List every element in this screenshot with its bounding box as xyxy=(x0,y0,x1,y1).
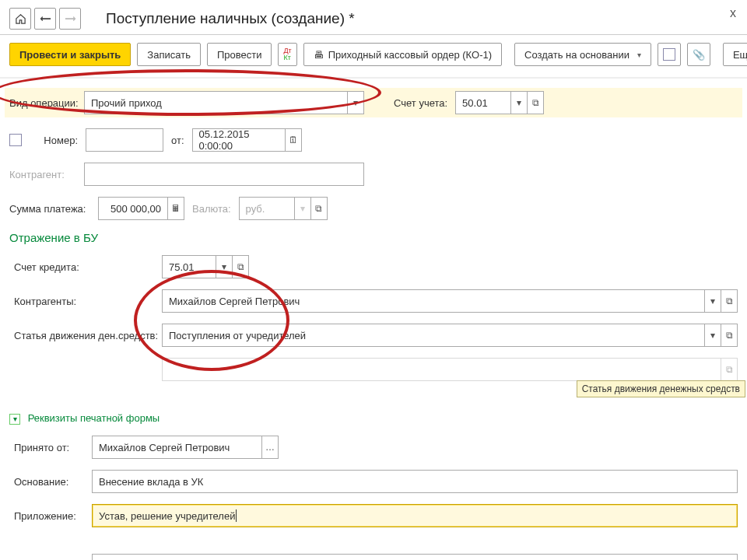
chevron-down-icon[interactable]: ▾ xyxy=(510,91,528,114)
create-based-on-button[interactable]: Создать на основании ▾ xyxy=(514,43,651,66)
open-icon: ⧉ xyxy=(721,358,738,381)
dtkt-icon[interactable]: ДтКт xyxy=(278,43,296,66)
label-currency: Валюта: xyxy=(192,203,231,215)
post-button[interactable]: Провести xyxy=(207,43,272,66)
calculator-icon[interactable]: 🖩 xyxy=(167,197,184,220)
chevron-down-icon[interactable]: ▾ xyxy=(294,197,311,220)
attachment-field[interactable]: Устав, решение учредителей xyxy=(92,504,738,527)
section-accounting: Отражение в БУ xyxy=(9,231,738,244)
save-button[interactable]: Записать xyxy=(137,43,201,66)
ellipsis-icon[interactable]: … xyxy=(261,436,279,459)
chevron-down-icon: ▾ xyxy=(637,51,641,59)
printer-icon: 🖶 xyxy=(314,49,324,61)
label-received-from: Принято от: xyxy=(14,442,84,453)
document-icon xyxy=(9,134,22,146)
label-account: Счет учета: xyxy=(394,97,447,109)
open-icon[interactable]: ⧉ xyxy=(310,197,328,220)
label-credit-account: Счет кредита: xyxy=(14,261,154,273)
label-counterparty: Контрагент: xyxy=(9,169,76,180)
basis-field[interactable]: Внесение вклада в УК xyxy=(92,470,738,493)
chevron-down-icon[interactable]: ▾ xyxy=(704,324,721,347)
number-field[interactable] xyxy=(86,128,163,152)
attachment-icon[interactable]: 📎 xyxy=(687,43,710,66)
open-icon[interactable]: ⧉ xyxy=(721,289,738,313)
label-operation-type: Вид операции: xyxy=(9,97,76,109)
home-icon[interactable] xyxy=(9,8,31,30)
chevron-down-icon[interactable]: ▾ xyxy=(704,289,721,313)
sum-field[interactable]: 500 000,00 xyxy=(98,197,168,220)
label-cash-flow: Статья движения ден.средств: xyxy=(14,330,154,341)
open-icon[interactable]: ⧉ xyxy=(232,255,249,278)
calendar-icon[interactable]: 🗓 xyxy=(285,128,302,152)
back-icon[interactable]: 🠔 xyxy=(34,8,56,30)
chevron-down-icon[interactable]: ▾ xyxy=(216,255,233,278)
account-field[interactable]: 50.01 xyxy=(455,91,511,114)
open-icon[interactable]: ⧉ xyxy=(527,91,544,114)
operation-type-select[interactable]: Прочий приход xyxy=(84,91,348,114)
comment-field[interactable] xyxy=(92,554,738,560)
report-icon[interactable] xyxy=(658,43,681,66)
collapse-icon[interactable]: ▾ xyxy=(9,414,20,425)
page-title: Поступление наличных (создание) * xyxy=(106,10,355,27)
section-print-form[interactable]: ▾ Реквизиты печатной формы xyxy=(9,412,738,425)
credit-account-field[interactable]: 75.01 xyxy=(162,255,216,278)
label-number: Номер: xyxy=(34,135,78,146)
received-from-field[interactable]: Михайлов Сергей Петрович xyxy=(92,436,262,459)
topbar: 🠔 🠖 Поступление наличных (создание) * xyxy=(0,0,747,35)
toolbar: Провести и закрыть Записать Провести ДтК… xyxy=(0,35,747,79)
date-field[interactable]: 05.12.2015 0:00:00 xyxy=(192,128,286,152)
print-order-button[interactable]: 🖶 Приходный кассовый ордер (КО-1) xyxy=(303,43,502,66)
label-basis: Основание: xyxy=(14,476,84,488)
agents-field[interactable]: Михайлов Сергей Петрович xyxy=(162,289,705,313)
close-icon[interactable]: x xyxy=(730,6,736,20)
chevron-down-icon[interactable]: ▾ xyxy=(347,91,364,114)
counterparty-field xyxy=(84,163,364,186)
label-attachment: Приложение: xyxy=(14,510,84,522)
label-agents: Контрагенты: xyxy=(14,296,154,307)
disabled-subrow xyxy=(162,358,721,381)
more-button[interactable]: Еще ▾ xyxy=(723,43,747,66)
post-and-close-button[interactable]: Провести и закрыть xyxy=(9,43,131,66)
open-icon[interactable]: ⧉ xyxy=(721,324,738,347)
cash-flow-field[interactable]: Поступления от учредителей xyxy=(162,324,705,347)
forward-icon[interactable]: 🠖 xyxy=(59,8,81,30)
currency-field: руб. xyxy=(239,197,295,220)
tooltip: Статья движения денежных средств xyxy=(577,380,745,397)
label-from: от: xyxy=(171,135,184,146)
annotation-ellipse xyxy=(134,270,289,371)
label-sum: Сумма платежа: xyxy=(9,203,90,215)
